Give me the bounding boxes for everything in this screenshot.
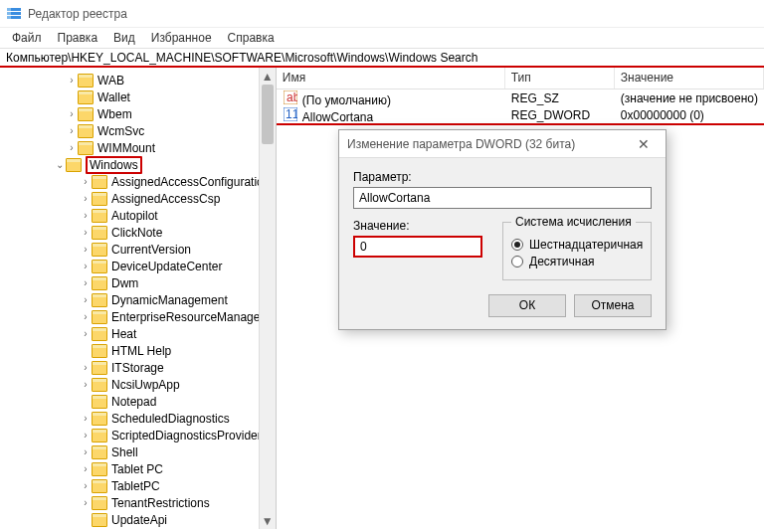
chevron-right-icon[interactable]: › [66, 108, 78, 119]
folder-icon [92, 243, 107, 257]
tree-item-label: HTML Help [111, 344, 171, 358]
folder-icon [92, 293, 107, 307]
edit-dword-dialog: Изменение параметра DWORD (32 бита) ✕ Па… [338, 129, 667, 330]
chevron-right-icon[interactable]: › [80, 413, 92, 424]
folder-icon [92, 327, 107, 341]
scroll-up-icon[interactable]: ▲ [260, 68, 276, 85]
radio-icon [511, 239, 523, 251]
chevron-right-icon[interactable]: › [66, 142, 78, 153]
ok-button[interactable]: ОК [488, 294, 566, 317]
col-value[interactable]: Значение [615, 68, 764, 89]
tree-item-label: DeviceUpdateCenter [111, 260, 222, 273]
tree-scrollbar[interactable]: ▲ ▼ [259, 68, 276, 529]
tree-item[interactable]: ›Heat [0, 325, 276, 342]
tree-item[interactable]: Notepad [0, 393, 276, 410]
tree-item[interactable]: ›WAB [0, 72, 276, 89]
tree-item[interactable]: ›TenantRestrictions [0, 494, 276, 511]
menu-edit[interactable]: Правка [50, 29, 106, 47]
chevron-right-icon[interactable]: › [80, 193, 92, 204]
folder-icon [92, 209, 107, 223]
svg-rect-5 [7, 16, 11, 19]
tree-pane: ›WABWallet›Wbem›WcmSvc›WIMMount⌄Windows›… [0, 68, 277, 529]
radix-group: Система исчисления Шестнадцатеричная Дес… [502, 215, 652, 280]
chevron-right-icon[interactable]: › [80, 176, 92, 187]
menu-file[interactable]: Файл [4, 29, 50, 47]
scroll-thumb[interactable] [262, 85, 274, 144]
tree-item[interactable]: ›WIMMount [0, 139, 276, 156]
tree-item-label: TabletPC [111, 479, 160, 493]
folder-icon [78, 74, 94, 88]
chevron-right-icon[interactable]: › [80, 244, 92, 255]
folder-icon [92, 513, 107, 527]
folder-icon [92, 192, 107, 206]
tree-item[interactable]: ›Wbem [0, 105, 276, 122]
tree-item[interactable]: ›Shell [0, 443, 276, 460]
tree-item[interactable]: ›Autopilot [0, 207, 276, 224]
tree-item[interactable]: ⌄Windows [0, 156, 276, 173]
chevron-right-icon[interactable]: › [80, 227, 92, 238]
chevron-right-icon[interactable]: › [80, 277, 92, 288]
folder-icon [92, 344, 107, 358]
tree-item[interactable]: ›ScriptedDiagnosticsProvider [0, 427, 276, 443]
col-name[interactable]: Имя [277, 68, 505, 89]
value-field[interactable] [353, 236, 482, 258]
chevron-right-icon[interactable]: › [80, 446, 92, 457]
radix-dec[interactable]: Десятичная [511, 255, 643, 268]
chevron-right-icon[interactable]: › [80, 311, 92, 322]
tree-item[interactable]: ›DeviceUpdateCenter [0, 258, 276, 274]
folder-icon [92, 310, 107, 324]
tree-item[interactable]: ›NcsiUwpApp [0, 376, 276, 393]
chevron-right-icon[interactable]: › [80, 362, 92, 373]
tree-item[interactable]: ›TabletPC [0, 477, 276, 494]
chevron-right-icon[interactable]: › [80, 480, 92, 491]
chevron-right-icon[interactable]: › [66, 125, 78, 136]
chevron-right-icon[interactable]: › [80, 379, 92, 390]
radix-dec-label: Десятичная [529, 255, 595, 268]
menu-help[interactable]: Справка [220, 29, 283, 47]
tree-item[interactable]: ›AssignedAccessConfiguration [0, 173, 276, 190]
radix-hex[interactable]: Шестнадцатеричная [511, 238, 643, 252]
scroll-down-icon[interactable]: ▼ [260, 512, 276, 529]
address-path: Компьютер\HKEY_LOCAL_MACHINE\SOFTWARE\Mi… [6, 51, 478, 65]
address-bar[interactable]: Компьютер\HKEY_LOCAL_MACHINE\SOFTWARE\Mi… [0, 48, 764, 68]
tree-item[interactable]: ›AssignedAccessCsp [0, 190, 276, 207]
tree-item[interactable]: ›EnterpriseResourceManager [0, 308, 276, 325]
cancel-button[interactable]: Отмена [574, 294, 652, 317]
tree-item[interactable]: ›WcmSvc [0, 122, 276, 139]
tree-item[interactable]: ›Dwm [0, 274, 276, 291]
menu-view[interactable]: Вид [105, 29, 143, 47]
chevron-right-icon[interactable]: › [80, 261, 92, 271]
tree-item[interactable]: ›ScheduledDiagnostics [0, 410, 276, 427]
tree-item-label: Shell [111, 445, 138, 459]
window-titlebar: Редактор реестра [0, 0, 764, 28]
menu-favorites[interactable]: Избранное [143, 29, 220, 47]
regedit-icon [6, 6, 22, 22]
tree-item[interactable]: ›Windows Error Reporting [0, 528, 276, 529]
tree-item[interactable]: ›ITStorage [0, 359, 276, 376]
tree-item[interactable]: UpdateApi [0, 511, 276, 528]
chevron-right-icon[interactable]: › [80, 294, 92, 305]
tree-item[interactable]: ›DynamicManagement [0, 291, 276, 308]
param-name-field[interactable] [353, 187, 652, 209]
svg-rect-4 [7, 12, 11, 15]
close-icon[interactable]: ✕ [630, 136, 658, 152]
chevron-right-icon[interactable]: › [80, 463, 92, 474]
tree-item[interactable]: ›CurrentVersion [0, 241, 276, 258]
tree-item[interactable]: HTML Help [0, 342, 276, 359]
chevron-right-icon[interactable]: › [80, 430, 92, 441]
tree-item[interactable]: ›Tablet PC [0, 460, 276, 477]
list-row[interactable]: 110AllowCortanaREG_DWORD0x00000000 (0) [277, 107, 764, 125]
value-label: Значение: [353, 219, 482, 233]
dialog-titlebar[interactable]: Изменение параметра DWORD (32 бита) ✕ [339, 130, 666, 158]
tree-item[interactable]: Wallet [0, 89, 276, 105]
chevron-down-icon[interactable]: ⌄ [54, 159, 66, 170]
menu-bar: Файл Правка Вид Избранное Справка [0, 28, 764, 48]
chevron-right-icon[interactable]: › [80, 497, 92, 508]
chevron-right-icon[interactable]: › [66, 75, 78, 86]
tree-item[interactable]: ›ClickNote [0, 224, 276, 241]
col-type[interactable]: Тип [505, 68, 615, 89]
list-row[interactable]: ab(По умолчанию)REG_SZ(значение не присв… [277, 89, 764, 107]
chevron-right-icon[interactable]: › [80, 328, 92, 339]
registry-tree[interactable]: ›WABWallet›Wbem›WcmSvc›WIMMount⌄Windows›… [0, 68, 276, 529]
chevron-right-icon[interactable]: › [80, 210, 92, 221]
